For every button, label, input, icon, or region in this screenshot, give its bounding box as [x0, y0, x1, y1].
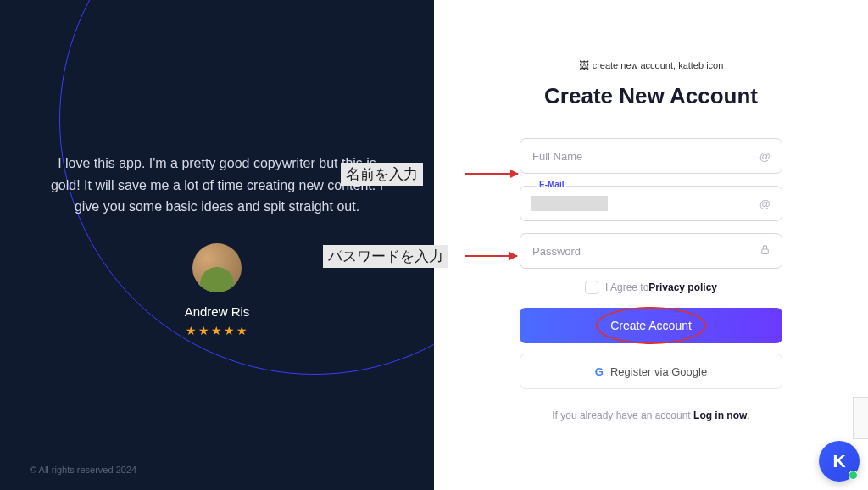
- create-account-button[interactable]: Create Account: [520, 308, 782, 343]
- email-wrapper: E-Mail @: [520, 186, 782, 221]
- signup-panel: create new account, katteb icon Create N…: [434, 0, 868, 490]
- password-input[interactable]: [520, 233, 782, 269]
- copyright-text: © All rights reserved 2024: [30, 465, 136, 475]
- fullname-wrapper: @: [520, 138, 782, 174]
- avatar: [192, 243, 242, 292]
- email-label: E-Mail: [537, 180, 566, 189]
- login-link[interactable]: Log in now: [693, 409, 747, 421]
- rating-stars: ★★★★★: [186, 324, 249, 337]
- fullname-input[interactable]: [520, 138, 782, 174]
- annotation-password-label: パスワードを入力: [323, 245, 448, 268]
- create-account-label: Create Account: [610, 319, 692, 332]
- annotation-arrow: [465, 173, 518, 175]
- signup-form: @ E-Mail @ I Agree to Privacy policy: [520, 138, 782, 421]
- annotation-name-label: 名前を入力: [341, 163, 423, 186]
- author-name: Andrew Ris: [185, 304, 250, 319]
- annotation-arrow: [465, 255, 517, 257]
- chat-letter: K: [832, 451, 845, 471]
- login-prompt: If you already have an account Log in no…: [520, 409, 782, 421]
- at-icon: @: [760, 150, 771, 163]
- privacy-link[interactable]: Privacy policy: [648, 281, 717, 293]
- login-prompt-text: If you already have an account: [552, 409, 693, 421]
- google-register-button[interactable]: G Register via Google: [520, 354, 782, 389]
- lock-icon: [760, 244, 771, 258]
- agree-checkbox[interactable]: [585, 281, 598, 294]
- agree-label: I Agree to: [605, 281, 648, 293]
- agree-row: I Agree to Privacy policy: [520, 281, 782, 294]
- logo-image: create new account, katteb icon: [579, 59, 724, 71]
- chat-bubble-button[interactable]: K: [819, 441, 860, 482]
- recaptcha-badge: [853, 397, 868, 439]
- at-icon: @: [760, 198, 771, 210]
- google-register-label: Register via Google: [610, 365, 707, 378]
- page-title: Create New Account: [544, 83, 758, 109]
- svg-rect-0: [762, 249, 769, 253]
- testimonial-text: I love this app. I'm a pretty good copyw…: [47, 153, 387, 218]
- password-wrapper: [520, 233, 782, 269]
- email-redaction-mask: [531, 196, 608, 211]
- login-suffix: .: [747, 409, 749, 421]
- google-icon: G: [595, 365, 604, 378]
